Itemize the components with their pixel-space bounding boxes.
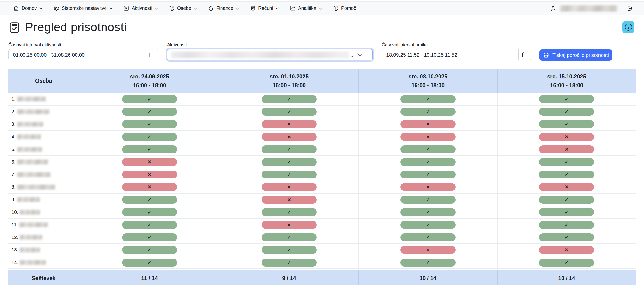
absent-pill[interactable]: ✕ [262, 133, 317, 141]
present-pill[interactable]: ✓ [122, 133, 177, 141]
chevron-down-icon [276, 7, 279, 10]
nav-item-finance[interactable]: Finance [208, 5, 239, 11]
present-pill[interactable]: ✓ [400, 259, 456, 266]
user-area [550, 5, 633, 12]
date-column-header: sre. 08.10.202516:00 - 18:00 [359, 69, 498, 93]
attendance-cell: ✓ [498, 194, 636, 206]
attendance-cell: ✓ [498, 118, 636, 131]
present-pill[interactable]: ✓ [539, 233, 594, 241]
present-pill[interactable]: ✓ [122, 259, 177, 266]
person-cell: 13. [8, 244, 79, 256]
present-pill[interactable]: ✓ [539, 259, 594, 266]
present-pill[interactable]: ✓ [262, 246, 317, 254]
logout-icon[interactable] [627, 5, 633, 12]
present-pill[interactable]: ✓ [539, 95, 594, 103]
nav-item-domov[interactable]: Domov [13, 5, 43, 11]
nav-item-sistemske-nastavitve[interactable]: Sistemske nastavitve [53, 5, 113, 11]
person-name-redacted [17, 160, 48, 164]
nav-item-aktivnosti[interactable]: Aktivnosti [123, 5, 158, 11]
absent-pill[interactable]: ✕ [262, 120, 317, 128]
chevron-down-icon [194, 7, 197, 10]
present-pill[interactable]: ✓ [122, 196, 177, 204]
absent-pill[interactable]: ✕ [262, 183, 317, 191]
present-pill[interactable]: ✓ [400, 208, 456, 216]
present-pill[interactable]: ✓ [400, 233, 456, 241]
present-pill[interactable]: ✓ [122, 208, 177, 216]
present-pill[interactable]: ✓ [262, 259, 317, 266]
absent-pill[interactable]: ✕ [122, 171, 177, 178]
present-pill[interactable]: ✓ [122, 233, 177, 241]
present-pill[interactable]: ✓ [539, 171, 594, 178]
chevron-down-icon [39, 7, 43, 10]
absent-pill[interactable]: ✕ [122, 183, 177, 191]
absent-pill[interactable]: ✕ [122, 158, 177, 166]
info-icon [333, 5, 339, 11]
attendance-cell: ✓ [498, 93, 636, 106]
present-pill[interactable]: ✓ [539, 196, 594, 204]
print-report-button[interactable]: Tiskaj poročilo prisotnosti [540, 50, 612, 61]
calendar-icon[interactable] [146, 50, 158, 60]
column-time: 16:00 - 18:00 [272, 82, 306, 89]
attendance-cell: ✓ [220, 168, 359, 181]
attendance-cell: ✓ [359, 156, 498, 168]
present-pill[interactable]: ✓ [262, 208, 317, 216]
nav-item-pomoc[interactable]: Pomoč [333, 5, 356, 11]
present-pill[interactable]: ✓ [122, 221, 177, 229]
present-pill[interactable]: ✓ [539, 158, 594, 166]
nav-item-racuni[interactable]: Računi [250, 5, 279, 11]
line-chart-icon [290, 5, 296, 11]
footer-total: 9 / 14 [220, 270, 359, 285]
attendance-cell: ✓ [498, 231, 636, 244]
absent-pill[interactable]: ✕ [539, 133, 594, 141]
present-pill[interactable]: ✓ [400, 196, 456, 204]
present-pill[interactable]: ✓ [539, 221, 594, 229]
present-pill[interactable]: ✓ [262, 108, 317, 116]
attendance-cell: ✓ [220, 143, 359, 156]
present-pill[interactable]: ✓ [400, 221, 456, 229]
absent-pill[interactable]: ✕ [539, 183, 594, 191]
absent-pill[interactable]: ✕ [262, 196, 317, 204]
present-pill[interactable]: ✓ [400, 158, 456, 166]
present-pill[interactable]: ✓ [400, 95, 456, 103]
absent-pill[interactable]: ✕ [539, 246, 594, 254]
present-pill[interactable]: ✓ [122, 95, 177, 103]
present-pill[interactable]: ✓ [262, 158, 317, 166]
absent-pill[interactable]: ✕ [262, 221, 317, 229]
attendance-table: Osebasre. 24.09.202516:00 - 18:00sre. 01… [8, 69, 636, 285]
absent-pill[interactable]: ✕ [400, 246, 456, 254]
present-pill[interactable]: ✓ [539, 108, 594, 116]
row-number: 8. [12, 184, 16, 190]
present-pill[interactable]: ✓ [400, 108, 456, 116]
present-pill[interactable]: ✓ [539, 120, 594, 128]
present-pill[interactable]: ✓ [122, 120, 177, 128]
person-column-header: Oseba [8, 69, 79, 93]
page-header: Pregled prisotnosti [8, 20, 127, 34]
present-pill[interactable]: ✓ [262, 95, 317, 103]
nav-item-analitika[interactable]: Analitika [290, 5, 322, 11]
info-button[interactable]: i [622, 21, 634, 33]
person-cell: 12. [8, 231, 79, 244]
present-pill[interactable]: ✓ [262, 171, 317, 178]
absent-pill[interactable]: ✕ [400, 183, 456, 191]
table-header-row: Osebasre. 24.09.202516:00 - 18:00sre. 01… [8, 69, 636, 93]
present-pill[interactable]: ✓ [262, 233, 317, 241]
smiley-icon [169, 5, 175, 11]
absent-pill[interactable]: ✕ [539, 145, 594, 153]
absent-pill[interactable]: ✕ [400, 120, 456, 128]
calendar-icon[interactable] [518, 50, 531, 60]
person-name-redacted [17, 185, 56, 189]
schedule-interval-input[interactable]: 18.09.25 11:52 - 19.10.25 11:52 [382, 49, 531, 61]
nav-item-osebe[interactable]: Osebe [169, 5, 197, 11]
present-pill[interactable]: ✓ [539, 208, 594, 216]
present-pill[interactable]: ✓ [400, 171, 456, 178]
absent-pill[interactable]: ✕ [400, 133, 456, 141]
attendance-cell: ✕ [359, 244, 498, 256]
person-cell: 5. [8, 143, 79, 156]
present-pill[interactable]: ✓ [122, 108, 177, 116]
activities-select[interactable]: ... [167, 49, 372, 61]
activity-interval-input[interactable]: 01.09.25 00:00 - 31.08.26 00:00 [8, 49, 158, 61]
present-pill[interactable]: ✓ [262, 145, 317, 153]
present-pill[interactable]: ✓ [122, 246, 177, 254]
present-pill[interactable]: ✓ [122, 145, 177, 153]
present-pill[interactable]: ✓ [400, 145, 456, 153]
